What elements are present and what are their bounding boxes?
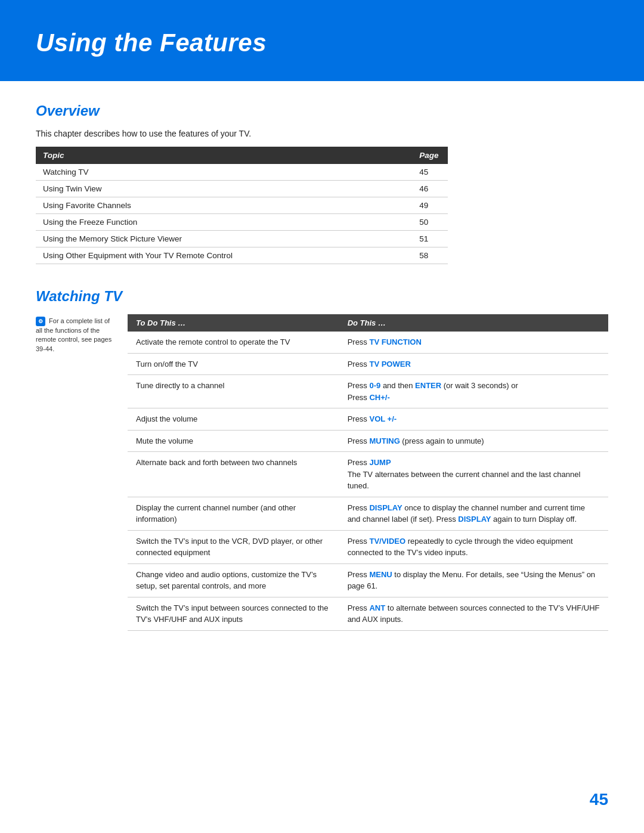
plain-text: Press (348, 603, 370, 612)
blue-keyword: ANT (369, 603, 385, 612)
plain-text: Press (348, 337, 370, 346)
watching-tv-heading: Watching TV (36, 288, 608, 305)
watching-dothis-cell: Press TV FUNCTION (339, 332, 608, 353)
watching-todo-cell: Tune directly to a channel (128, 375, 339, 408)
main-content: Overview This chapter describes how to u… (0, 103, 644, 690)
overview-intro: This chapter describes how to use the fe… (36, 129, 608, 138)
table-row: Using Other Equipment with Your TV Remot… (36, 247, 448, 264)
table-row: Turn on/off the TVPress TV POWER (128, 353, 608, 375)
plain-text: Press (348, 436, 370, 445)
watching-todo-cell: Display the current channel number (and … (128, 497, 339, 530)
blue-keyword: TV/VIDEO (369, 537, 405, 546)
page-title: Using the Features (36, 29, 608, 57)
plain-text: to alternate between sources connected t… (348, 603, 600, 624)
table-row: Using Twin View46 (36, 181, 448, 197)
plain-text: Press (348, 503, 370, 512)
plain-text: Press (348, 381, 370, 390)
watching-todo-cell: Activate the remote control to operate t… (128, 332, 339, 353)
blue-keyword: DISPLAY (369, 503, 402, 512)
overview-section: Overview This chapter describes how to u… (36, 103, 608, 264)
plain-text: again to turn Display off. (491, 515, 577, 524)
overview-page-cell: 49 (412, 197, 448, 214)
watching-todo-cell: Change video and audio options, customiz… (128, 563, 339, 597)
plain-text: Press (348, 537, 370, 546)
note-icon: ⚙ (36, 317, 45, 326)
watching-todo-cell: Adjust the volume (128, 408, 339, 431)
overview-topic-cell: Using Twin View (36, 181, 412, 197)
watching-dothis-cell: Press MENU to display the Menu. For deta… (339, 563, 608, 597)
plain-text: Press (348, 414, 370, 423)
blue-keyword: VOL +/- (369, 414, 397, 423)
watching-dothis-cell: Press 0-9 and then ENTER (or wait 3 seco… (339, 375, 608, 408)
watching-tv-table: To Do This … Do This … Activate the remo… (128, 314, 608, 631)
plain-text: Press (348, 570, 370, 579)
table-row: Switch the TV’s input to the VCR, DVD pl… (128, 530, 608, 563)
plain-text: and then (380, 381, 415, 390)
table-row: Tune directly to a channelPress 0-9 and … (128, 375, 608, 408)
plain-text: (press again to unmute) (400, 436, 484, 445)
blue-keyword: TV FUNCTION (369, 337, 421, 346)
watching-dothis-cell: Press DISPLAY once to display the channe… (339, 497, 608, 530)
table-row: Using the Memory Stick Picture Viewer51 (36, 231, 448, 247)
watching-dothis-cell: Press JUMPThe TV alternates between the … (339, 452, 608, 497)
table-row: Mute the volumePress MUTING (press again… (128, 430, 608, 452)
table-row: Change video and audio options, customiz… (128, 563, 608, 597)
overview-table-header-row: Topic Page (36, 147, 448, 164)
overview-topic-cell: Using Other Equipment with Your TV Remot… (36, 247, 412, 264)
blue-keyword: TV POWER (369, 360, 410, 368)
watching-dothis-cell: Press MUTING (press again to unmute) (339, 430, 608, 452)
watching-dothis-cell: Press TV POWER (339, 353, 608, 375)
overview-page-cell: 51 (412, 231, 448, 247)
blue-keyword: CH+/- (369, 393, 389, 402)
sidebar-note: ⚙ For a complete list of all the functio… (36, 317, 113, 354)
watching-dothis-cell: Press VOL +/- (339, 408, 608, 431)
overview-col-topic: Topic (36, 147, 412, 164)
table-row: Alternate back and forth between two cha… (128, 452, 608, 497)
overview-topic-cell: Using the Freeze Function (36, 214, 412, 231)
plain-text: Press (348, 360, 370, 368)
watching-todo-cell: Switch the TV’s input to the VCR, DVD pl… (128, 530, 339, 563)
table-row: Using Favorite Channels49 (36, 197, 448, 214)
blue-keyword: DISPLAY (458, 515, 491, 524)
watching-todo-cell: Mute the volume (128, 430, 339, 452)
watching-dothis-cell: Press TV/VIDEO repeatedly to cycle throu… (339, 530, 608, 563)
overview-topic-cell: Watching TV (36, 164, 412, 181)
plain-text: The TV alternates between the current ch… (348, 470, 581, 491)
blue-keyword: MUTING (369, 436, 400, 445)
header-banner: Using the Features (0, 0, 644, 81)
table-row: Using the Freeze Function50 (36, 214, 448, 231)
table-row: Watching TV45 (36, 164, 448, 181)
table-row: Display the current channel number (and … (128, 497, 608, 530)
blue-keyword: 0-9 (369, 381, 380, 390)
plain-text: Press (348, 458, 370, 467)
overview-topic-cell: Using Favorite Channels (36, 197, 412, 214)
plain-text: (or wait 3 seconds) or (441, 381, 518, 390)
watching-todo-cell: Alternate back and forth between two cha… (128, 452, 339, 497)
watching-dothis-cell: Press ANT to alternate between sources c… (339, 597, 608, 630)
watching-table-header-row: To Do This … Do This … (128, 314, 608, 332)
plain-text: Press (348, 393, 370, 402)
overview-col-page: Page (412, 147, 448, 164)
blue-keyword: MENU (369, 570, 392, 579)
sidebar-note-text: For a complete list of all the functions… (36, 317, 112, 352)
table-row: Activate the remote control to operate t… (128, 332, 608, 353)
watching-col-todo: To Do This … (128, 314, 339, 332)
overview-heading: Overview (36, 103, 608, 119)
watching-tv-layout: ⚙ For a complete list of all the functio… (36, 314, 608, 631)
table-row: Switch the TV’s input between sources co… (128, 597, 608, 630)
page-number: 45 (590, 790, 608, 809)
overview-table: Topic Page Watching TV45Using Twin View4… (36, 147, 448, 264)
blue-keyword: JUMP (369, 458, 391, 467)
overview-page-cell: 50 (412, 214, 448, 231)
watching-tv-section: Watching TV ⚙ For a complete list of all… (36, 288, 608, 631)
watching-todo-cell: Turn on/off the TV (128, 353, 339, 375)
watching-todo-cell: Switch the TV’s input between sources co… (128, 597, 339, 630)
overview-page-cell: 45 (412, 164, 448, 181)
watching-col-dothis: Do This … (339, 314, 608, 332)
overview-topic-cell: Using the Memory Stick Picture Viewer (36, 231, 412, 247)
blue-keyword: ENTER (415, 381, 441, 390)
overview-page-cell: 46 (412, 181, 448, 197)
table-row: Adjust the volumePress VOL +/- (128, 408, 608, 431)
overview-page-cell: 58 (412, 247, 448, 264)
